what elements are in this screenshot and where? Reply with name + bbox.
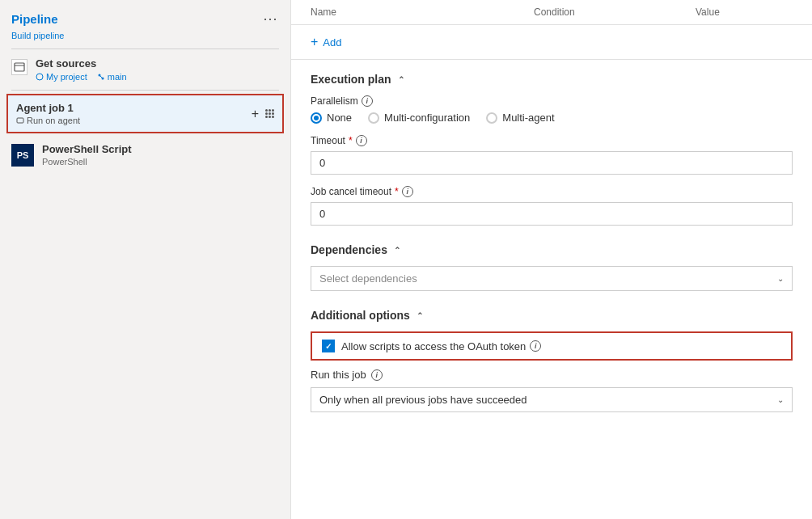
svg-point-2: [36, 74, 43, 80]
col-value: Value: [696, 6, 793, 18]
job-cancel-label: Job cancel timeout * i: [311, 186, 793, 197]
add-task-button[interactable]: +: [252, 107, 259, 121]
get-sources-icon: [11, 59, 27, 75]
dependencies-section: Dependencies ⌃ Select dependencies ⌄: [291, 243, 812, 309]
radio-none-circle: [311, 112, 322, 124]
parallelism-radio-group: None Multi-configuration Multi-agent: [311, 112, 793, 124]
svg-rect-0: [15, 63, 24, 71]
sidebar-header: Pipeline ⋯: [0, 0, 290, 31]
oauth-checkbox-row[interactable]: ✓ Allow scripts to access the OAuth toke…: [311, 331, 793, 361]
powershell-item[interactable]: PS PowerShell Script PowerShell: [0, 137, 290, 173]
job-cancel-info-icon[interactable]: i: [402, 186, 413, 197]
radio-multi-config-label: Multi-configuration: [384, 112, 470, 124]
get-sources-title: Get sources: [36, 57, 127, 70]
agent-job-menu-button[interactable]: [265, 109, 274, 118]
dependencies-chevron: ⌃: [394, 246, 400, 255]
additional-options-chevron: ⌃: [417, 311, 423, 320]
agent-job-actions: +: [252, 107, 274, 121]
agent-job-left: Agent job 1 Run on agent: [16, 102, 80, 125]
col-name: Name: [311, 6, 534, 18]
job-cancel-input[interactable]: [311, 202, 793, 226]
pipeline-title: Pipeline: [11, 12, 58, 26]
timeout-info-icon[interactable]: i: [356, 135, 367, 146]
checkmark-icon: ✓: [325, 342, 332, 351]
execution-plan-header[interactable]: Execution plan ⌃: [311, 73, 793, 86]
ps-info: PowerShell Script PowerShell: [42, 143, 132, 167]
table-header: Name Condition Value: [291, 0, 812, 25]
add-label: Add: [323, 36, 341, 49]
add-plus-icon: +: [311, 35, 318, 49]
ps-name: PowerShell Script: [42, 143, 132, 155]
pipeline-subtitle: Build pipeline: [0, 31, 290, 49]
radio-multi-agent-label: Multi-agent: [502, 112, 554, 124]
grid-dots-icon: [265, 109, 274, 118]
dependencies-header[interactable]: Dependencies ⌃: [311, 243, 793, 256]
dependencies-dropdown[interactable]: Select dependencies ⌄: [311, 266, 793, 291]
dependencies-placeholder: Select dependencies: [319, 272, 417, 285]
get-sources-meta: My project main: [36, 72, 127, 82]
oauth-checkbox-label: Allow scripts to access the OAuth token …: [341, 340, 541, 352]
radio-multi-config-circle: [368, 112, 379, 124]
get-sources-info: Get sources My project main: [36, 57, 127, 82]
execution-plan-chevron: ⌃: [398, 75, 404, 84]
get-sources-branch: main: [97, 72, 127, 82]
get-sources-item[interactable]: Get sources My project main: [0, 49, 290, 90]
timeout-required: *: [349, 135, 353, 146]
timeout-input[interactable]: [311, 151, 793, 175]
col-condition: Condition: [534, 6, 696, 18]
run-job-value: Only when all previous jobs have succeed…: [319, 394, 527, 406]
additional-options-title: Additional options: [311, 309, 410, 322]
parallelism-label: Parallelism i: [311, 95, 793, 107]
parallelism-info-icon[interactable]: i: [362, 95, 373, 107]
dependencies-chevron-down-icon: ⌄: [777, 274, 784, 283]
radio-none-label: None: [327, 112, 352, 124]
radio-multi-config[interactable]: Multi-configuration: [368, 112, 470, 124]
additional-options-header[interactable]: Additional options ⌃: [311, 309, 793, 322]
execution-plan-section: Execution plan ⌃ Parallelism i None Mult…: [291, 60, 812, 243]
run-job-info-icon[interactable]: i: [371, 369, 383, 381]
run-job-dropdown[interactable]: Only when all previous jobs have succeed…: [311, 387, 793, 412]
dependencies-title: Dependencies: [311, 243, 387, 256]
agent-job-name: Agent job 1: [16, 102, 80, 114]
add-btn-row: + Add: [291, 25, 812, 60]
ps-icon-text: PS: [17, 150, 29, 160]
oauth-info-icon[interactable]: i: [530, 340, 541, 352]
svg-line-5: [99, 75, 103, 78]
execution-plan-title: Execution plan: [311, 73, 391, 86]
oauth-checkbox[interactable]: ✓: [322, 340, 335, 352]
radio-none[interactable]: None: [311, 112, 352, 124]
svg-rect-6: [17, 118, 23, 123]
pipeline-menu-dots[interactable]: ⋯: [263, 10, 279, 27]
run-job-label: Run this job i: [311, 369, 793, 381]
radio-multi-agent[interactable]: Multi-agent: [486, 112, 554, 124]
additional-options-section: Additional options ⌃ ✓ Allow scripts to …: [291, 309, 812, 419]
divider2: [11, 90, 279, 91]
get-sources-project: My project: [36, 72, 87, 82]
agent-job-sub: Run on agent: [16, 116, 80, 125]
main-content: Name Condition Value + Add Execution pla…: [291, 0, 812, 519]
add-button[interactable]: + Add: [311, 35, 341, 49]
ps-sub: PowerShell: [42, 157, 132, 167]
radio-multi-agent-circle: [486, 112, 497, 124]
sidebar: Pipeline ⋯ Build pipeline Get sources My…: [0, 0, 291, 519]
agent-job-item[interactable]: Agent job 1 Run on agent +: [6, 94, 284, 133]
timeout-label: Timeout * i: [311, 135, 793, 146]
run-job-chevron-icon: ⌄: [777, 395, 784, 404]
job-cancel-required: *: [395, 186, 399, 197]
powershell-icon: PS: [11, 144, 34, 167]
